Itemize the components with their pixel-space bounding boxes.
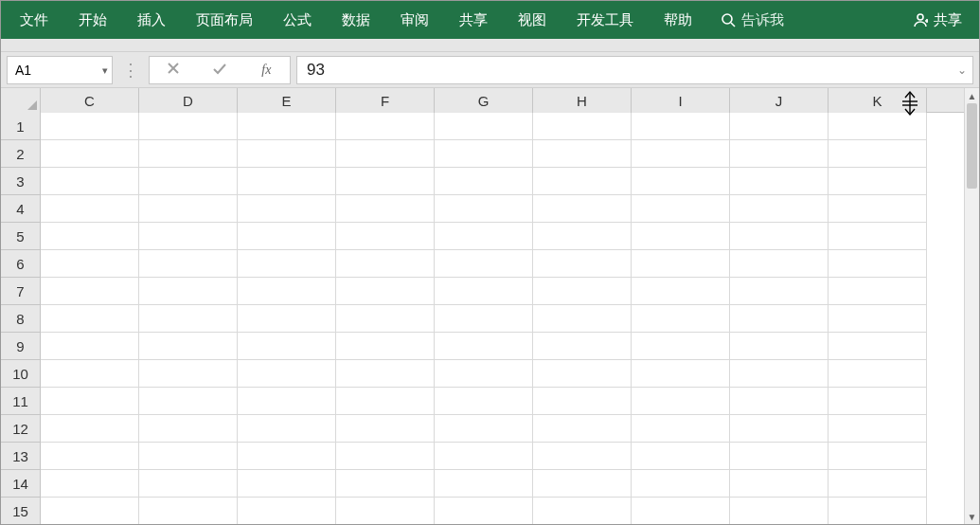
cell[interactable] <box>632 168 730 195</box>
cell[interactable] <box>336 498 435 524</box>
column-header[interactable]: D <box>139 88 238 113</box>
formula-bar-handle[interactable]: ⋮ <box>118 60 143 81</box>
column-header[interactable]: F <box>336 88 435 113</box>
cell[interactable] <box>238 333 336 360</box>
cell[interactable] <box>139 223 238 250</box>
cell[interactable] <box>435 443 533 470</box>
cell[interactable] <box>139 168 238 195</box>
row-header[interactable]: 1 <box>1 113 41 140</box>
cell[interactable] <box>829 360 927 388</box>
cell[interactable] <box>139 250 238 278</box>
cell[interactable] <box>829 470 927 498</box>
cell[interactable] <box>41 168 139 195</box>
cell[interactable] <box>829 443 927 470</box>
cell[interactable] <box>336 470 435 498</box>
tell-me-search[interactable]: 告诉我 <box>709 1 795 39</box>
cell[interactable] <box>829 140 927 168</box>
cell[interactable] <box>533 140 632 168</box>
cell[interactable] <box>336 168 435 195</box>
row-header[interactable]: 3 <box>1 168 41 195</box>
cell[interactable] <box>829 168 927 195</box>
cell[interactable] <box>829 195 927 223</box>
cell[interactable] <box>435 360 533 388</box>
cell[interactable] <box>336 223 435 250</box>
cell[interactable] <box>632 443 730 470</box>
cell[interactable] <box>41 470 139 498</box>
column-header[interactable]: H <box>533 88 632 113</box>
column-header[interactable]: C <box>41 88 139 113</box>
row-header[interactable]: 13 <box>1 443 41 470</box>
tab-view[interactable]: 视图 <box>505 1 560 39</box>
cell[interactable] <box>238 250 336 278</box>
tab-developer[interactable]: 开发工具 <box>563 1 647 39</box>
cell[interactable] <box>730 498 829 524</box>
cell[interactable] <box>336 250 435 278</box>
cell[interactable] <box>829 333 927 360</box>
tab-insert[interactable]: 插入 <box>124 1 179 39</box>
cell[interactable] <box>238 305 336 333</box>
cell[interactable] <box>435 250 533 278</box>
row-header[interactable]: 11 <box>1 388 41 415</box>
cell[interactable] <box>829 223 927 250</box>
cell[interactable] <box>238 388 336 415</box>
column-header[interactable]: J <box>730 88 829 113</box>
cell[interactable] <box>435 388 533 415</box>
cell[interactable] <box>829 113 927 140</box>
row-header[interactable]: 8 <box>1 305 41 333</box>
cell[interactable] <box>632 140 730 168</box>
cell[interactable] <box>336 388 435 415</box>
cell[interactable] <box>41 140 139 168</box>
cell[interactable] <box>533 498 632 524</box>
cell[interactable] <box>632 223 730 250</box>
tab-data[interactable]: 数据 <box>329 1 383 39</box>
cell[interactable] <box>41 250 139 278</box>
cell[interactable] <box>336 333 435 360</box>
cell[interactable] <box>238 140 336 168</box>
cell[interactable] <box>730 443 829 470</box>
cell[interactable] <box>632 278 730 305</box>
cell[interactable] <box>632 250 730 278</box>
row-header[interactable]: 10 <box>1 360 41 388</box>
cell[interactable] <box>533 415 632 443</box>
select-all-corner[interactable] <box>1 88 41 113</box>
cell[interactable] <box>435 278 533 305</box>
cell[interactable] <box>829 250 927 278</box>
cell[interactable] <box>730 223 829 250</box>
cell[interactable] <box>238 113 336 140</box>
cell[interactable] <box>829 498 927 524</box>
cell[interactable] <box>238 168 336 195</box>
cell[interactable] <box>632 195 730 223</box>
cell[interactable] <box>336 140 435 168</box>
cell[interactable] <box>632 498 730 524</box>
cell[interactable] <box>41 388 139 415</box>
cell[interactable] <box>730 113 829 140</box>
cell[interactable] <box>730 360 829 388</box>
cell[interactable] <box>238 498 336 524</box>
cell[interactable] <box>41 278 139 305</box>
cell[interactable] <box>238 360 336 388</box>
cell[interactable] <box>238 223 336 250</box>
cell[interactable] <box>41 443 139 470</box>
cell[interactable] <box>533 443 632 470</box>
cell[interactable] <box>41 195 139 223</box>
cell[interactable] <box>533 360 632 388</box>
cell[interactable] <box>41 333 139 360</box>
cell[interactable] <box>533 195 632 223</box>
vertical-scrollbar[interactable]: ▲ ▼ <box>964 88 979 524</box>
cell[interactable] <box>139 113 238 140</box>
cell[interactable] <box>238 470 336 498</box>
cell[interactable] <box>533 333 632 360</box>
cell[interactable] <box>730 140 829 168</box>
cell[interactable] <box>533 223 632 250</box>
cell[interactable] <box>139 498 238 524</box>
row-header[interactable]: 7 <box>1 278 41 305</box>
row-header[interactable]: 9 <box>1 333 41 360</box>
cell[interactable] <box>435 168 533 195</box>
column-header[interactable]: K <box>829 88 927 113</box>
cell[interactable] <box>139 305 238 333</box>
tab-formulas[interactable]: 公式 <box>270 1 325 39</box>
scroll-thumb[interactable] <box>967 103 977 189</box>
cell[interactable] <box>238 278 336 305</box>
tab-share-top[interactable]: 共享 <box>446 1 501 39</box>
cell[interactable] <box>829 305 927 333</box>
